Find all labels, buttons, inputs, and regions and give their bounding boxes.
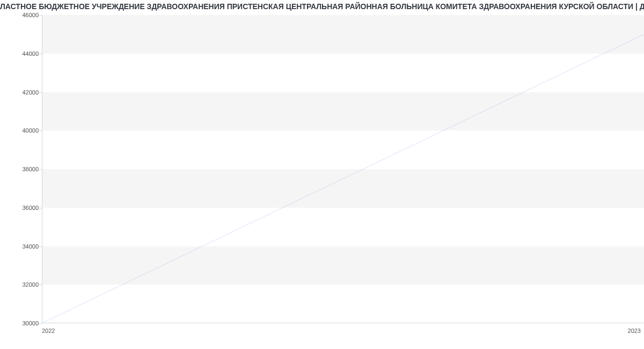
y-tick-label: 44000	[6, 50, 39, 57]
chart-title: ЛАСТНОЕ БЮДЖЕТНОЕ УЧРЕЖДЕНИЕ ЗДРАВООХРАН…	[0, 0, 644, 11]
y-tick-label: 38000	[6, 166, 39, 172]
y-tick-label: 40000	[6, 127, 39, 134]
line-series	[42, 15, 644, 323]
y-tick-label: 42000	[6, 89, 39, 96]
svg-line-0	[42, 34, 644, 323]
y-tick-label: 36000	[6, 205, 39, 211]
y-tick-label: 46000	[6, 12, 39, 18]
y-tick-label: 34000	[6, 243, 39, 250]
y-tick-label: 30000	[6, 320, 39, 326]
x-tick-label: 2022	[42, 328, 55, 334]
y-tick-mark	[39, 323, 42, 324]
y-tick-label: 32000	[6, 281, 39, 288]
plot-area	[42, 15, 644, 323]
x-tick-label: 2023	[628, 328, 641, 334]
chart-container: 30000 32000 34000 36000 38000 40000 4200…	[0, 15, 644, 338]
